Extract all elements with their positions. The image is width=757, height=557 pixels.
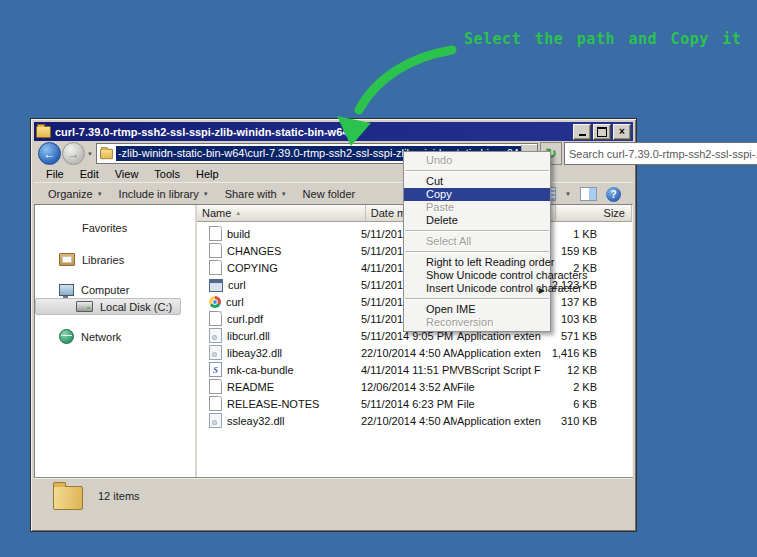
sidebar-item-favorites[interactable]: Favorites: [35, 219, 195, 236]
sidebar-item-computer[interactable]: Computer: [35, 281, 195, 298]
context-menu-item-cut[interactable]: Cut: [404, 175, 550, 188]
sidebar-item-network[interactable]: Network: [35, 328, 195, 345]
file-type-cell: Application extension: [457, 347, 541, 359]
file-type-cell: File: [457, 398, 541, 410]
file-size-cell: 1,416 KB: [541, 347, 605, 359]
toolbar-button-organize[interactable]: Organize▼: [40, 185, 111, 203]
table-row[interactable]: mk-ca-bundle4/11/2014 11:51 PMVBScript S…: [197, 361, 632, 378]
disk-icon: [76, 301, 93, 312]
file-file-icon: [209, 226, 222, 241]
maximize-button[interactable]: [593, 124, 611, 140]
dll-file-icon: [209, 328, 222, 343]
sort-asc-icon: ▲: [235, 205, 241, 221]
menu-item-label: Paste: [426, 201, 454, 213]
toolbar-button-new-folder[interactable]: New folder: [295, 185, 364, 203]
file-name-cell: COPYING: [197, 260, 361, 275]
preview-pane-icon[interactable]: [580, 187, 597, 201]
file-name-cell: libeay32.dll: [197, 345, 361, 360]
sidebar-item-label: Local Disk (C:): [100, 301, 172, 313]
file-file-icon: [209, 379, 222, 394]
chrome-file-icon: [209, 296, 221, 308]
table-row[interactable]: README12/06/2014 3:52 AMFile2 KB: [197, 378, 632, 395]
menubar-item-file[interactable]: File: [38, 167, 72, 181]
menubar-item-edit[interactable]: Edit: [72, 167, 107, 181]
table-row[interactable]: libeay32.dll22/10/2014 4:50 AMApplicatio…: [197, 344, 632, 361]
column-header-name[interactable]: Name▲: [197, 205, 366, 222]
file-type-cell: File: [457, 381, 541, 393]
sidebar-item-label: Libraries: [82, 254, 124, 266]
back-button[interactable]: ←: [38, 142, 61, 165]
file-name: RELEASE-NOTES: [227, 398, 319, 410]
annotation-text: Select the path and Copy it: [464, 30, 741, 48]
column-header-label: Name: [202, 205, 231, 221]
column-header-size[interactable]: Size: [556, 205, 632, 222]
context-menu: UndoCutCopyPasteDeleteSelect AllRight to…: [403, 151, 551, 332]
menu-item-label: Copy: [426, 188, 452, 200]
context-menu-item-show-unicode-control-characters[interactable]: Show Unicode control characters: [404, 269, 550, 282]
file-name-cell: RELEASE-NOTES: [197, 396, 361, 411]
menu-item-label: Delete: [426, 214, 458, 226]
menu-item-label: Reconversion: [426, 316, 493, 328]
file-date-cell: 12/06/2014 3:52 AM: [361, 381, 457, 393]
menubar-item-help[interactable]: Help: [188, 167, 227, 181]
file-name: curl.pdf: [227, 313, 263, 325]
menu-item-label: Undo: [426, 154, 452, 166]
chevron-down-icon: ▼: [97, 191, 103, 197]
title-bar[interactable]: curl-7.39.0-rtmp-ssh2-ssl-sspi-zlib-wini…: [34, 122, 633, 141]
submenu-arrow-icon: ▶: [539, 284, 545, 297]
context-menu-item-select-all: Select All: [404, 235, 550, 248]
toolbar-button-label: Share with: [225, 188, 277, 200]
sidebar-item-libraries[interactable]: Libraries: [35, 251, 195, 268]
table-row[interactable]: ssleay32.dll22/10/2014 4:50 AMApplicatio…: [197, 412, 632, 429]
app-file-icon: [209, 279, 223, 292]
file-name: build: [227, 228, 250, 240]
search-placeholder-text: Search curl-7.39.0-rtmp-ssh2-ssl-sspi-..…: [565, 148, 757, 160]
network-icon: [59, 329, 74, 344]
menubar-item-tools[interactable]: Tools: [146, 167, 188, 181]
maximize-icon: [597, 127, 607, 137]
file-type-cell: VBScript Script File: [457, 364, 541, 376]
toolbar-button-label: Organize: [48, 188, 93, 200]
folder-icon: [100, 148, 113, 158]
file-name-cell: curl.pdf: [197, 311, 361, 326]
desktop: curl-7.39.0-rtmp-ssh2-ssl-sspi-zlib-wini…: [0, 0, 757, 557]
file-name: README: [227, 381, 274, 393]
file-name-cell: curl: [197, 277, 361, 292]
toolbar-button-include-in-library[interactable]: Include in library▼: [111, 185, 217, 203]
context-menu-item-copy[interactable]: Copy: [404, 188, 550, 201]
dll-file-icon: [209, 345, 222, 360]
details-pane: 12 items: [34, 477, 633, 528]
forward-button[interactable]: →: [62, 142, 85, 165]
search-input[interactable]: Search curl-7.39.0-rtmp-ssh2-ssl-sspi-..…: [564, 142, 757, 165]
table-row[interactable]: RELEASE-NOTES5/11/2014 6:23 PMFile6 KB: [197, 395, 632, 412]
file-name-cell: mk-ca-bundle: [197, 362, 361, 377]
folder-icon: [53, 486, 83, 510]
menu-separator: [405, 230, 549, 232]
menu-item-label: Select All: [426, 235, 471, 247]
context-menu-item-insert-unicode-control-character[interactable]: Insert Unicode control character▶: [404, 282, 550, 295]
change-view-chevron-icon[interactable]: ▼: [565, 191, 571, 197]
menubar-item-view[interactable]: View: [107, 167, 147, 181]
nav-history-chevron-icon[interactable]: ▼: [87, 151, 93, 157]
close-button[interactable]: ×: [613, 124, 631, 140]
window-title: curl-7.39.0-rtmp-ssh2-ssl-sspi-zlib-wini…: [55, 126, 573, 138]
help-icon[interactable]: ?: [606, 187, 621, 202]
dll-file-icon: [209, 413, 222, 428]
sidebar-item-label: Favorites: [82, 222, 127, 234]
context-menu-item-open-ime[interactable]: Open IME: [404, 303, 550, 316]
navigation-pane: FavoritesLibrariesComputerLocal Disk (C:…: [35, 205, 197, 477]
sidebar-item-label: Network: [81, 331, 121, 343]
file-name: curl: [228, 279, 246, 291]
computer-icon: [59, 284, 74, 296]
chevron-down-icon: ▼: [281, 191, 287, 197]
context-menu-item-right-to-left-reading-order[interactable]: Right to left Reading order: [404, 256, 550, 269]
star-icon: [59, 220, 75, 236]
minimize-button[interactable]: [573, 124, 591, 140]
file-file-icon: [209, 243, 222, 258]
context-menu-item-delete[interactable]: Delete: [404, 214, 550, 227]
toolbar-button-share-with[interactable]: Share with▼: [217, 185, 295, 203]
minimize-icon: [579, 134, 586, 136]
sidebar-item-local-disk-c[interactable]: Local Disk (C:): [35, 298, 181, 315]
file-name: mk-ca-bundle: [227, 364, 294, 376]
file-size-cell: 310 KB: [541, 415, 605, 427]
